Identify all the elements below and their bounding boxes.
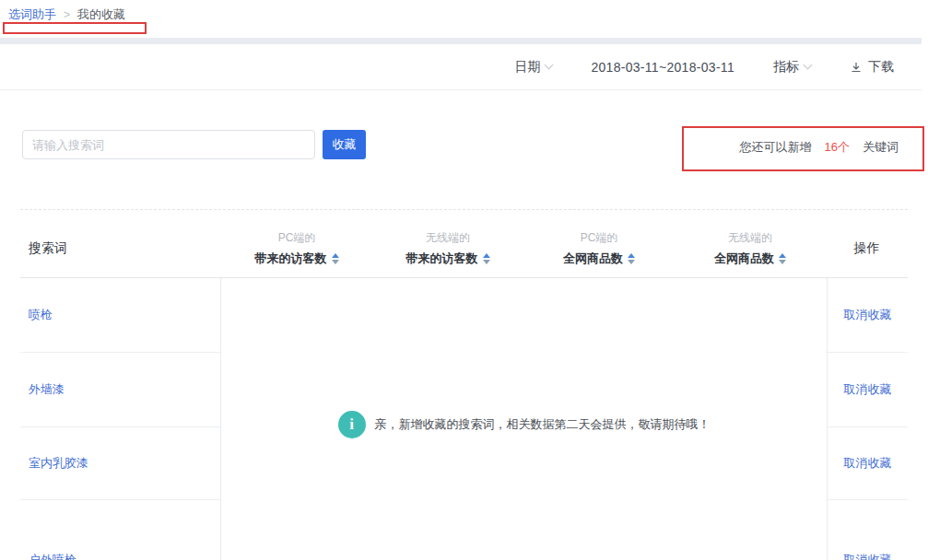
keyword-column: 喷枪 外墙漆 室内乳胶漆 户外喷枪 (20, 278, 221, 560)
my-favorites-page: 选词助手 > 我的收藏 日期 2018-03-11~2018-03-11 指标 … (0, 0, 928, 560)
breadcrumb-link-word-assistant[interactable]: 选词助手 (8, 6, 56, 23)
metric-dropdown-label: 指标 (773, 59, 799, 76)
cancel-favorite-link[interactable]: 取消收藏 (844, 307, 892, 323)
date-dropdown-label: 日期 (514, 59, 540, 76)
keyword-link[interactable]: 户外喷枪 (29, 552, 76, 560)
breadcrumb-separator: > (64, 8, 70, 21)
table-body: 喷枪 外墙漆 室内乳胶漆 户外喷枪 i 亲，新增收藏的搜索词，相关数据第二天会提… (20, 278, 908, 560)
keyword-link[interactable]: 室内乳胶漆 (29, 455, 88, 472)
chevron-down-icon (804, 61, 813, 70)
sort-icon[interactable] (628, 253, 635, 264)
column-header-wireless-products: 无线端的 全网商品数 (675, 219, 826, 277)
table-row: 户外喷枪 (20, 500, 220, 560)
download-label: 下载 (868, 59, 894, 76)
favorites-table: 搜索词 PC端的 带来的访客数 无线端的 带来的访客数 (20, 209, 908, 560)
action-column: 取消收藏 取消收藏 取消收藏 取消收藏 (827, 278, 908, 560)
cancel-favorite-link[interactable]: 取消收藏 (844, 381, 892, 398)
download-button[interactable]: 下载 (850, 59, 894, 76)
toolbar: 日期 2018-03-11~2018-03-11 指标 下载 (0, 44, 922, 90)
table-row-action: 取消收藏 (828, 353, 908, 427)
info-icon: i (338, 411, 366, 438)
keyword-link[interactable]: 外墙漆 (29, 381, 65, 398)
cancel-favorite-link[interactable]: 取消收藏 (844, 455, 892, 472)
column-header-action: 操作 (826, 219, 908, 277)
column-header-wireless-visitors: 无线端的 带来的访客数 (372, 219, 523, 277)
breadcrumb: 选词助手 > 我的收藏 (8, 6, 125, 23)
search-input[interactable] (22, 130, 315, 159)
table-row-action: 取消收藏 (828, 500, 908, 560)
table-row-action: 取消收藏 (828, 278, 908, 353)
table-row-action: 取消收藏 (828, 427, 908, 500)
annotation-box-top (3, 22, 147, 34)
empty-data-notice-text: 亲，新增收藏的搜索词，相关数据第二天会提供，敬请期待哦！ (375, 416, 711, 433)
favorite-button[interactable]: 收藏 (323, 130, 366, 159)
breadcrumb-current: 我的收藏 (77, 6, 125, 23)
table-header-row: 搜索词 PC端的 带来的访客数 无线端的 带来的访客数 (20, 219, 908, 278)
column-header-pc-products: PC端的 全网商品数 (523, 219, 675, 277)
table-row: 室内乳胶漆 (20, 427, 220, 500)
sort-icon[interactable] (332, 253, 339, 264)
cancel-favorite-link[interactable]: 取消收藏 (844, 552, 892, 560)
metric-dropdown[interactable]: 指标 (773, 59, 811, 76)
table-row: 外墙漆 (20, 353, 220, 427)
empty-data-notice: i 亲，新增收藏的搜索词，相关数据第二天会提供，敬请期待哦！ (338, 411, 711, 438)
column-header-keyword: 搜索词 (20, 219, 221, 277)
annotation-box-quota (682, 126, 924, 171)
keyword-link[interactable]: 喷枪 (29, 307, 53, 323)
chevron-down-icon (545, 61, 554, 70)
download-icon (850, 61, 863, 74)
date-dropdown[interactable]: 日期 (514, 59, 552, 76)
data-placeholder-area: i 亲，新增收藏的搜索词，相关数据第二天会提供，敬请期待哦！ (221, 278, 827, 560)
column-header-pc-visitors: PC端的 带来的访客数 (221, 219, 372, 277)
divider-band (0, 38, 922, 44)
sort-icon[interactable] (779, 253, 786, 264)
table-row: 喷枪 (20, 278, 220, 353)
sort-icon[interactable] (483, 253, 490, 264)
date-range-value[interactable]: 2018-03-11~2018-03-11 (591, 60, 734, 75)
